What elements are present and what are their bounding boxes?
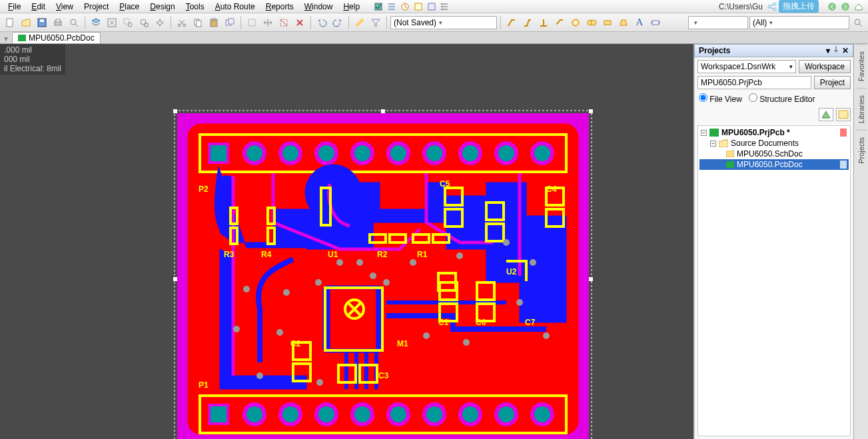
vtab-projects[interactable]: Projects <box>856 130 867 171</box>
share-button[interactable]: 拖拽上传 <box>779 0 819 13</box>
svg-text:R3: R3 <box>224 250 234 259</box>
menu-view[interactable]: View <box>51 1 79 12</box>
menubar-icon-6[interactable] <box>439 1 451 12</box>
svg-text:R1: R1 <box>417 250 428 259</box>
vtab-libraries[interactable]: Libraries <box>856 88 867 130</box>
tool-route-d[interactable] <box>552 15 567 30</box>
menubar-icon-1[interactable] <box>372 1 384 12</box>
svg-point-78 <box>246 406 262 422</box>
menubar-icon-4[interactable] <box>412 1 424 12</box>
menu-edit[interactable]: Edit <box>26 1 51 12</box>
tool-highlight[interactable] <box>352 15 367 30</box>
menu-reports[interactable]: Reports <box>260 1 299 12</box>
menu-place[interactable]: Place <box>114 1 145 12</box>
tool-pad[interactable] <box>600 15 615 30</box>
svg-rect-162 <box>839 111 848 119</box>
tool-text[interactable]: A <box>632 15 647 30</box>
menubar-icon-2[interactable] <box>386 1 398 12</box>
menu-window[interactable]: Window <box>299 1 338 12</box>
tool-route-c[interactable] <box>536 15 551 30</box>
menu-file[interactable]: File <box>3 1 26 12</box>
nav-back-icon[interactable] <box>826 1 838 12</box>
svg-point-23 <box>158 21 162 25</box>
tool-preview[interactable] <box>67 15 81 30</box>
workspace-combo[interactable]: Workspace1.DsnWrk▾ <box>697 60 796 73</box>
tool-cut[interactable] <box>175 15 189 30</box>
document-tabstrip: ▾ MPU6050.PcbDoc <box>0 32 868 44</box>
tool-zoom-area[interactable] <box>121 15 135 30</box>
panel-tool-a[interactable] <box>819 108 833 121</box>
tool-sel-rect[interactable] <box>244 15 259 30</box>
tool-clear[interactable] <box>292 15 307 30</box>
vtab-favorites[interactable]: Favorites <box>856 44 867 88</box>
svg-point-86 <box>534 406 550 422</box>
tool-desel[interactable] <box>276 15 291 30</box>
tool-save[interactable] <box>35 15 49 30</box>
panel-pin-icon[interactable] <box>833 46 839 55</box>
tree-open-doc-icon[interactable] <box>839 161 849 169</box>
document-tab-pcb[interactable]: MPU6050.PcbDoc <box>12 32 101 43</box>
svg-rect-156 <box>589 109 593 113</box>
combo-mid[interactable]: ▾ <box>688 16 748 29</box>
menu-help[interactable]: Help <box>338 1 365 12</box>
tool-filter[interactable] <box>368 15 383 30</box>
tool-undo[interactable] <box>314 15 329 30</box>
tool-print[interactable] <box>51 15 65 30</box>
tool-paste[interactable] <box>207 15 221 30</box>
tool-find[interactable] <box>851 15 865 30</box>
project-tree[interactable]: − MPU6050.PrjPcb * − Source Documents MP… <box>697 125 851 436</box>
panel-close-icon[interactable]: ✕ <box>842 46 849 55</box>
tool-duplicate[interactable] <box>222 15 237 30</box>
project-input[interactable] <box>697 76 811 89</box>
tool-new[interactable] <box>3 15 17 30</box>
tool-poly[interactable] <box>616 15 631 30</box>
nav-home-icon[interactable] <box>853 1 865 12</box>
svg-text:U1: U1 <box>328 250 338 259</box>
tree-folder-node[interactable]: − Source Documents <box>699 138 849 149</box>
menu-design[interactable]: Design <box>145 1 180 12</box>
svg-point-133 <box>356 259 363 266</box>
tree-project-node[interactable]: − MPU6050.PrjPcb * <box>699 127 849 138</box>
svg-text:C2: C2 <box>290 339 301 348</box>
tree-sch-node[interactable]: MPU6050.SchDoc <box>699 149 849 159</box>
tool-pan[interactable] <box>153 15 167 30</box>
pcb-canvas[interactable]: .000 mil 000 mil il Electrical: 8mil <box>0 44 693 439</box>
tool-zoom-sel[interactable] <box>137 15 151 30</box>
tool-route-a[interactable] <box>504 15 519 30</box>
tool-zoom-fit[interactable] <box>105 15 119 30</box>
menu-tools[interactable]: Tools <box>181 1 210 12</box>
tool-via-b[interactable] <box>584 15 599 30</box>
combo-notsaved[interactable]: (Not Saved)▾ <box>390 16 497 29</box>
tool-comp[interactable] <box>648 15 663 30</box>
tool-via-a[interactable] <box>568 15 583 30</box>
nav-fwd-icon[interactable] <box>839 1 851 12</box>
project-button[interactable]: Project <box>814 76 851 89</box>
panel-tool-b[interactable] <box>836 108 851 121</box>
tool-layers[interactable] <box>89 15 103 30</box>
tree-edit-icon[interactable] <box>839 129 849 137</box>
tree-collapse-icon[interactable]: − <box>710 141 716 147</box>
tool-copy[interactable] <box>191 15 205 30</box>
radio-structure-editor[interactable]: Structure Editor <box>749 93 815 104</box>
svg-point-11 <box>841 3 849 11</box>
menubar-icon-3[interactable] <box>399 1 411 12</box>
svg-point-62 <box>390 145 406 161</box>
menu-autoroute[interactable]: Auto Route <box>210 1 260 12</box>
panel-dropdown-icon[interactable]: ▾ <box>826 46 830 55</box>
svg-point-79 <box>282 406 298 422</box>
tree-pcb-node[interactable]: MPU6050.PcbDoc <box>699 159 849 170</box>
menubar-icon-5[interactable] <box>426 1 438 12</box>
header-P2 <box>208 143 229 164</box>
tool-open[interactable] <box>19 15 33 30</box>
workspace-button[interactable]: Workspace <box>799 60 851 73</box>
radio-file-view[interactable]: File View <box>699 93 742 104</box>
combo-all[interactable]: (All)▾ <box>749 16 849 29</box>
tool-redo[interactable] <box>330 15 345 30</box>
share-icon[interactable] <box>766 1 778 12</box>
tool-move[interactable] <box>260 15 275 30</box>
menu-project[interactable]: Project <box>79 1 114 12</box>
tool-route-b[interactable] <box>520 15 535 30</box>
tree-collapse-icon[interactable]: − <box>701 130 707 136</box>
svg-point-121 <box>233 326 240 332</box>
projects-panel-title[interactable]: Projects ▾ ✕ <box>694 44 853 57</box>
